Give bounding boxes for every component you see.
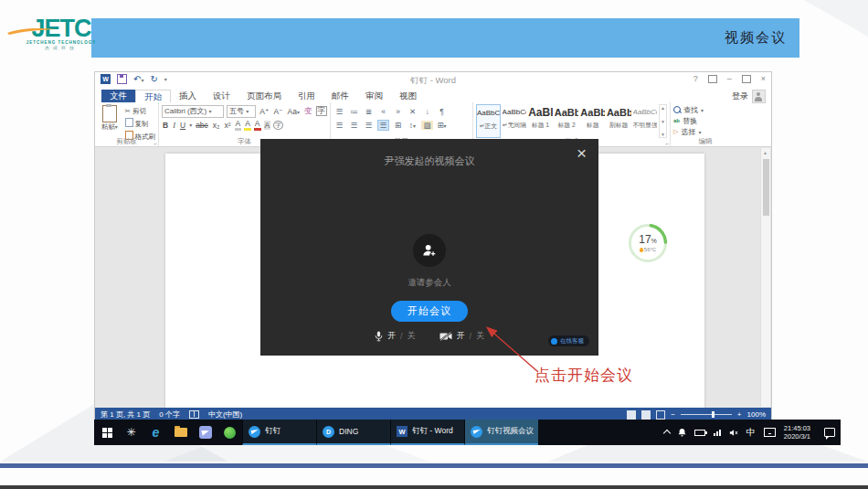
numbering-icon[interactable]: ≔ xyxy=(348,107,360,116)
camera-toggle[interactable]: 开/关 xyxy=(439,330,485,342)
tab-layout[interactable]: 页面布局 xyxy=(238,90,290,102)
style-heading2[interactable]: AaBb(标题 2 xyxy=(555,104,579,138)
font-size-select[interactable]: 五号 ▾ xyxy=(227,105,256,118)
style-no-spacing[interactable]: AaBbCcDx↵无间隔 xyxy=(503,104,527,138)
sign-in[interactable]: 登录 xyxy=(732,90,766,103)
print-layout-icon[interactable] xyxy=(641,410,651,420)
align-left-icon[interactable]: ☰ xyxy=(333,121,345,130)
paste-button[interactable]: 粘贴▾ xyxy=(98,104,122,138)
pinned-app-explorer[interactable] xyxy=(168,420,193,445)
sort-icon[interactable]: ↓ xyxy=(421,107,433,116)
superscript-button[interactable]: x² xyxy=(223,121,231,130)
align-right-icon[interactable]: ☰ xyxy=(363,121,375,130)
clipboard-dialog-launcher[interactable]: ⌐ xyxy=(153,141,157,146)
zoom-slider[interactable] xyxy=(681,414,732,415)
tab-review[interactable]: 审阅 xyxy=(357,90,391,102)
distribute-icon[interactable]: ⊞ xyxy=(392,121,404,130)
character-shading-button[interactable]: A xyxy=(264,121,271,130)
align-center-icon[interactable]: ☰ xyxy=(348,121,360,130)
strikethrough-button[interactable]: abc xyxy=(195,121,209,130)
subscript-button[interactable]: x₂ xyxy=(212,121,221,130)
borders-icon[interactable]: ⊞▾ xyxy=(436,121,448,130)
font-family-select[interactable]: Calibri (西文) ▾ xyxy=(162,105,224,118)
styles-dialog-launcher[interactable]: ⌐ xyxy=(665,141,669,146)
highlight-color-button[interactable]: A xyxy=(244,120,251,131)
ime-indicator[interactable]: 中 xyxy=(746,426,756,439)
battery-icon[interactable] xyxy=(694,430,705,436)
decrease-indent-icon[interactable]: « xyxy=(377,107,389,116)
replace-button[interactable]: ab替换 xyxy=(673,115,737,126)
zoom-level[interactable]: 100% xyxy=(747,410,766,419)
justify-icon[interactable]: ☰ xyxy=(377,120,389,131)
volume-muted-icon[interactable] xyxy=(729,429,738,437)
start-button[interactable] xyxy=(94,420,119,445)
style-heading1[interactable]: AaBl标题 1 xyxy=(528,104,553,138)
battery-widget[interactable]: 17% 56°C xyxy=(628,223,668,263)
word-count[interactable]: 0 个字 xyxy=(159,409,180,420)
grow-font-button[interactable]: A⁺ xyxy=(259,107,270,116)
web-layout-icon[interactable] xyxy=(656,410,665,420)
enclose-characters-button[interactable]: 字 xyxy=(273,121,283,130)
tab-insert[interactable]: 插入 xyxy=(171,90,205,102)
start-meeting-button[interactable]: 开始会议 xyxy=(391,301,468,322)
help-icon[interactable]: ? xyxy=(693,74,698,83)
underline-button[interactable]: U xyxy=(179,121,186,130)
shrink-font-button[interactable]: A⁻ xyxy=(272,107,283,116)
pinned-app-green[interactable] xyxy=(217,420,242,445)
font-color-button[interactable]: A xyxy=(254,120,261,131)
style-normal[interactable]: AaBbCcDx↵正文 xyxy=(476,104,501,138)
proofing-icon[interactable] xyxy=(189,410,199,419)
action-center-icon[interactable] xyxy=(824,428,835,437)
tab-view[interactable]: 视图 xyxy=(391,90,425,102)
taskbar-clock[interactable]: 21:45:03 2020/3/1 xyxy=(784,424,810,441)
vertical-scrollbar[interactable]: ▲ xyxy=(760,148,770,407)
style-subtitle[interactable]: AaBb(副标题 xyxy=(607,104,631,138)
tab-references[interactable]: 引用 xyxy=(290,90,323,102)
bold-button[interactable]: B xyxy=(162,121,169,130)
styles-gallery-scroll[interactable]: ▲▼▼ xyxy=(659,104,667,138)
pinned-app-edge[interactable]: e xyxy=(143,420,168,445)
language-indicator[interactable]: 中文(中国) xyxy=(208,409,242,420)
multilevel-list-icon[interactable]: ≣ xyxy=(363,107,375,116)
tab-mailings[interactable]: 邮件 xyxy=(323,90,357,102)
cut-button[interactable]: ✂ 剪切 xyxy=(125,107,156,116)
notification-bell-icon[interactable] xyxy=(678,428,686,437)
taskbar-app-word[interactable]: W 钉钉 - Word xyxy=(390,420,464,445)
show-marks-icon[interactable]: ¶ xyxy=(436,107,448,116)
taskbar-app-dingtalk[interactable]: 钉钉 xyxy=(242,420,316,445)
pinned-app-pinwheel[interactable]: ✳ xyxy=(119,420,143,445)
restore-icon[interactable] xyxy=(742,75,751,83)
scroll-up-icon[interactable]: ▲ xyxy=(763,150,767,155)
phonetic-guide-button[interactable]: 变 xyxy=(303,106,313,117)
asian-layout-icon[interactable]: ✕ xyxy=(407,107,418,116)
zoom-out-icon[interactable]: − xyxy=(671,410,675,419)
style-title[interactable]: AaBb(标题 xyxy=(580,104,605,138)
close-icon[interactable]: × xyxy=(761,74,766,83)
network-icon[interactable] xyxy=(714,430,721,436)
select-button[interactable]: ▷选择▾ xyxy=(673,126,737,137)
mic-toggle[interactable]: 开/关 xyxy=(375,330,416,342)
line-spacing-icon[interactable]: ↕▾ xyxy=(407,121,418,130)
text-effects-button[interactable]: A xyxy=(235,120,242,131)
pinned-app-lavender[interactable] xyxy=(193,420,217,445)
tab-design[interactable]: 设计 xyxy=(205,90,238,102)
tray-expand-icon[interactable] xyxy=(663,430,671,437)
support-badge[interactable]: 在线客服 xyxy=(548,335,589,346)
ribbon-display-icon[interactable] xyxy=(708,75,717,83)
taskbar-app-ding[interactable]: D DING xyxy=(316,420,390,445)
minimize-icon[interactable]: – xyxy=(727,74,732,83)
invite-participant-button[interactable] xyxy=(413,234,446,267)
zoom-slider-thumb[interactable] xyxy=(712,411,715,418)
tab-home[interactable]: 开始 xyxy=(135,90,171,102)
style-subtle-emphasis[interactable]: AaBbCcD不明显强调 xyxy=(633,104,658,138)
tab-file[interactable]: 文件 xyxy=(101,90,135,102)
taskbar-app-dingtalk-meeting[interactable]: 钉钉视频会议 xyxy=(464,420,538,445)
italic-button[interactable]: I xyxy=(172,121,176,130)
increase-indent-icon[interactable]: » xyxy=(392,107,404,116)
find-button[interactable]: 查找▾ xyxy=(673,104,737,115)
change-case-button[interactable]: Aa▾ xyxy=(287,107,301,116)
read-mode-icon[interactable] xyxy=(627,410,636,420)
touch-keyboard-icon[interactable] xyxy=(764,428,776,437)
shading-icon[interactable]: ▨ xyxy=(421,121,433,130)
bullets-icon[interactable]: ☰ xyxy=(333,107,345,116)
